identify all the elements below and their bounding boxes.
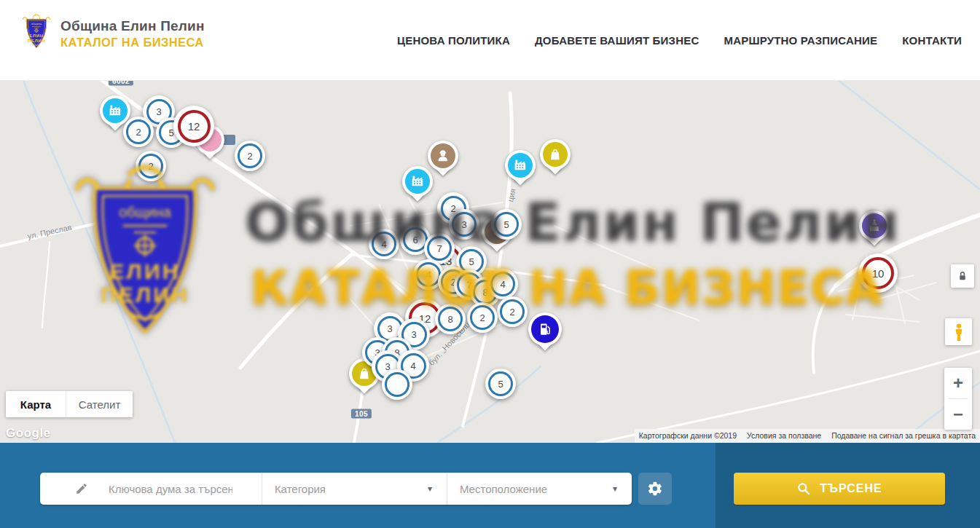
zoom-control: + − — [944, 368, 972, 430]
cluster-count: 3 — [156, 106, 161, 117]
fuel-icon — [536, 320, 554, 338]
pegman-icon — [950, 323, 968, 342]
google-logo: Google — [6, 426, 51, 441]
worker-icon — [435, 148, 451, 164]
shopping-bag-icon-circle — [543, 142, 568, 167]
factory-icon-circle — [405, 169, 430, 194]
search-icon — [796, 481, 811, 496]
cluster-marker-12[interactable]: 12 — [173, 106, 214, 146]
cluster-count: 7 — [436, 243, 442, 254]
cluster-marker-8[interactable]: 8 — [435, 304, 466, 334]
zoom-out-button[interactable]: − — [944, 399, 972, 430]
map-type-control: Карта Сателит — [6, 391, 133, 417]
cluster-marker-5[interactable]: 5 — [491, 209, 522, 240]
factory-pin[interactable] — [100, 95, 130, 126]
search-fields: Категория ▾ Местоположение ▾ — [40, 473, 632, 505]
report-error-link[interactable]: Подаване на сигнал за грешка в картата — [831, 431, 976, 440]
cluster-marker-4[interactable]: 4 — [369, 229, 399, 259]
nav-item-add-business[interactable]: ДОБАВЕТЕ ВАШИЯТ БИЗНЕС — [535, 34, 699, 47]
cluster-count: 12 — [188, 120, 200, 133]
zoom-in-button[interactable]: + — [944, 368, 972, 398]
pencil-icon — [75, 482, 88, 495]
cluster-count: 4 — [500, 279, 505, 290]
location-select[interactable]: Местоположение ▾ — [447, 473, 632, 505]
municipality-shield-icon — [20, 12, 53, 55]
cluster-marker[interactable] — [382, 369, 412, 400]
cluster-count: 2 — [479, 312, 485, 323]
category-select[interactable]: Категория ▾ — [262, 473, 447, 505]
cluster-marker-10[interactable]: 10 — [858, 253, 898, 293]
cluster-count: 3 — [385, 361, 390, 372]
fuel-icon-circle — [531, 315, 559, 343]
cluster-count: 8 — [447, 314, 452, 325]
cluster-count: 2 — [247, 151, 252, 162]
cluster-marker-2[interactable]: 2 — [136, 151, 166, 181]
nav-item-contacts[interactable]: КОНТАКТИ — [902, 34, 962, 47]
cluster-marker-2[interactable]: 2 — [123, 117, 154, 147]
keyword-input[interactable] — [107, 482, 234, 496]
search-button-label: ТЪРСЕНЕ — [820, 482, 882, 495]
chevron-down-icon: ▾ — [613, 484, 617, 494]
shop-pin[interactable] — [540, 139, 571, 170]
cluster-count: 4 — [381, 239, 386, 250]
attribution-copyright: Картографски данни ©2019 — [639, 431, 737, 440]
chevron-down-icon: ▾ — [428, 484, 432, 494]
cluster-count: 5 — [469, 256, 474, 267]
road-number-label: 105 — [351, 409, 372, 419]
cluster-count: 4 — [410, 360, 415, 371]
church-pin[interactable] — [859, 210, 890, 241]
cluster-marker-3[interactable]: 3 — [449, 209, 479, 240]
cluster-count: 3 — [461, 219, 466, 230]
cluster-count: 5 — [503, 219, 509, 230]
cluster-count: 6 — [412, 235, 418, 245]
cluster-count: 5 — [498, 379, 503, 390]
church-icon-circle — [862, 213, 887, 238]
map-attribution: Картографски данни ©2019 Условия за полз… — [635, 429, 980, 443]
gear-icon — [647, 481, 663, 497]
factory-pin[interactable] — [402, 166, 433, 197]
location-select-value: Местоположение — [460, 483, 547, 495]
site-title: Община Елин Пелин — [60, 18, 205, 34]
map-type-satellite-button[interactable]: Сателит — [66, 391, 133, 417]
search-button[interactable]: ТЪРСЕНЕ — [734, 473, 945, 505]
factory-icon-circle — [508, 153, 533, 178]
cluster-ring — [385, 372, 409, 397]
factory-icon-circle — [103, 98, 128, 123]
factory-pin[interactable] — [505, 150, 536, 181]
cluster-count: 3 — [387, 323, 392, 334]
church-icon — [866, 218, 882, 234]
cluster-count: 2 — [148, 161, 153, 172]
cluster-marker-5[interactable]: 5 — [485, 369, 516, 399]
cluster-marker-2[interactable]: 2 — [235, 141, 265, 171]
worker-icon-circle — [431, 143, 455, 168]
map-type-map-button[interactable]: Карта — [6, 391, 66, 417]
page: община ЕЛИН ПЕЛИН Община Елин Пелин КАТА… — [0, 0, 980, 528]
cluster-count: 3 — [411, 329, 416, 340]
factory-icon — [409, 173, 426, 189]
lock-button[interactable] — [951, 264, 974, 288]
advanced-settings-button[interactable] — [638, 473, 672, 505]
cluster-count: 8 — [482, 287, 487, 298]
lock-icon — [956, 269, 969, 283]
main-nav: ЦЕНОВА ПОЛИТИКАДОБАВЕТЕ ВАШИЯТ БИЗНЕСМАР… — [397, 0, 962, 80]
cluster-marker-4[interactable]: 4 — [487, 269, 518, 299]
site-logo[interactable]: Община Елин Пелин КАТАЛОГ НА БИЗНЕСА — [20, 12, 205, 55]
cluster-count: 4 — [426, 269, 431, 280]
worker-pin[interactable] — [428, 141, 458, 171]
shopping-bag-icon — [356, 366, 372, 382]
road-number-label: 6002 — [109, 80, 133, 86]
terms-link[interactable]: Условия за ползване — [747, 431, 821, 440]
category-select-value: Категория — [275, 483, 326, 495]
cluster-count: 10 — [872, 267, 885, 280]
fuel-station-pin[interactable] — [528, 312, 562, 346]
cluster-marker-2[interactable]: 2 — [467, 302, 498, 333]
factory-icon — [107, 103, 123, 119]
cluster-marker-2[interactable]: 2 — [497, 296, 528, 327]
shopping-bag-icon — [547, 146, 563, 162]
nav-item-pricing[interactable]: ЦЕНОВА ПОЛИТИКА — [397, 34, 510, 47]
map-viewport[interactable]: ул. Преславбул. „Новоселци"ция6002105 23… — [0, 80, 980, 443]
site-subtitle: КАТАЛОГ НА БИЗНЕСА — [60, 36, 205, 50]
street-view-pegman[interactable] — [945, 318, 972, 345]
keyword-field[interactable] — [40, 473, 262, 505]
nav-item-route-schedule[interactable]: МАРШРУТНО РАЗПИСАНИЕ — [724, 34, 877, 47]
